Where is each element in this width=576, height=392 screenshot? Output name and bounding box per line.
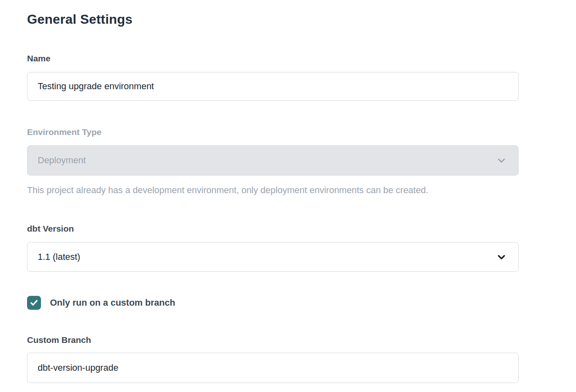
dbt-version-label: dbt Version [27,223,547,234]
environment-type-select: Deployment [27,145,519,176]
environment-type-value: Deployment [38,155,86,166]
page-title: General Settings [27,11,547,27]
chevron-down-icon [496,155,507,166]
checkmark-icon [29,298,39,307]
environment-type-label: Environment Type [27,127,547,137]
environment-type-helper-text: This project already has a development e… [27,185,527,196]
name-field-label: Name [27,53,547,64]
custom-branch-checkbox-label[interactable]: Only run on a custom branch [50,297,175,308]
dbt-version-value: 1.1 (latest) [38,252,80,262]
custom-branch-input[interactable] [27,353,519,383]
name-input[interactable] [27,72,519,101]
general-settings-panel: General Settings Name Environment Type D… [0,0,547,383]
dbt-version-select[interactable]: 1.1 (latest) [27,242,519,272]
chevron-down-icon [496,252,507,262]
custom-branch-label: Custom Branch [27,335,547,345]
custom-branch-checkbox-row: Only run on a custom branch [27,296,547,310]
custom-branch-checkbox[interactable] [27,296,41,310]
